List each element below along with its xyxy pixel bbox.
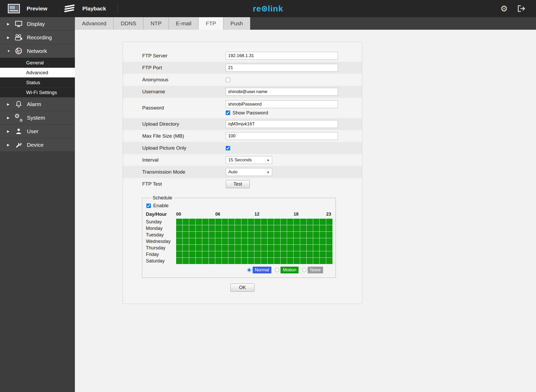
schedule-cell[interactable] [215,238,222,244]
schedule-cell[interactable] [222,258,228,264]
schedule-cell[interactable] [248,219,254,225]
schedule-cell[interactable] [209,219,215,225]
schedule-cell[interactable] [248,225,254,231]
sidebar-item-system[interactable]: ⚙⚙System [0,111,75,125]
schedule-cell[interactable] [307,225,313,231]
schedule-cell[interactable] [241,245,248,251]
schedule-cell[interactable] [248,251,254,258]
schedule-cell[interactable] [294,232,300,238]
ok-button[interactable]: OK [230,284,254,292]
schedule-cell[interactable] [241,219,248,225]
schedule-cell[interactable] [326,238,332,244]
ftp-test-button[interactable]: Test [226,180,250,188]
schedule-cell[interactable] [313,219,319,225]
schedule-cell[interactable] [189,232,195,238]
schedule-cell[interactable] [241,238,248,244]
schedule-cell[interactable] [215,225,222,231]
password-input[interactable] [226,100,338,108]
schedule-cell[interactable] [254,225,261,231]
schedule-cell[interactable] [294,251,300,258]
schedule-cell[interactable] [176,238,182,244]
schedule-cell[interactable] [228,258,235,264]
schedule-cell[interactable] [228,238,235,244]
schedule-cell[interactable] [261,258,267,264]
sidebar-item-network[interactable]: Network [0,44,75,58]
schedule-cell[interactable] [176,245,182,251]
schedule-cell[interactable] [196,238,202,244]
schedule-cell[interactable] [215,245,222,251]
schedule-cell[interactable] [254,219,261,225]
schedule-cell[interactable] [287,245,293,251]
schedule-cell[interactable] [228,245,235,251]
schedule-cell[interactable] [261,245,267,251]
schedule-cell[interactable] [202,232,209,238]
tab-e-mail[interactable]: E-mail [169,17,199,30]
schedule-cell[interactable] [209,238,215,244]
sidebar-item-display[interactable]: Display [0,17,75,31]
schedule-cell[interactable] [300,219,306,225]
schedule-cell[interactable] [300,251,306,258]
sidebar-subitem-wi-fi-settings[interactable]: Wi-Fi Settings [0,88,75,97]
schedule-cell[interactable] [222,245,228,251]
schedule-cell[interactable] [183,238,189,244]
schedule-cell[interactable] [222,238,228,244]
schedule-cell[interactable] [267,238,274,244]
schedule-cell[interactable] [313,258,319,264]
schedule-cell[interactable] [274,225,280,231]
schedule-cell[interactable] [202,245,209,251]
upload-picture-only-checkbox[interactable] [226,146,230,150]
mode-option-normal[interactable]: Normal [247,267,272,273]
schedule-cell[interactable] [235,258,241,264]
schedule-cell[interactable] [183,219,189,225]
anonymous-checkbox[interactable] [226,78,230,82]
max-file-size-input[interactable] [226,132,338,140]
schedule-cell[interactable] [241,258,248,264]
interval-select[interactable]: 15 Seconds [226,156,272,164]
schedule-cell[interactable] [209,232,215,238]
playback-nav-button[interactable]: Playback [63,4,106,13]
schedule-cell[interactable] [254,238,261,244]
logout-icon[interactable] [517,5,526,12]
upload-directory-input[interactable] [226,120,338,128]
schedule-cell[interactable] [274,258,280,264]
schedule-cell[interactable] [222,219,228,225]
sidebar-item-user[interactable]: User [0,125,75,138]
preview-nav-button[interactable]: Preview [8,4,47,13]
show-password-checkbox[interactable] [226,111,230,115]
schedule-cell[interactable] [215,219,222,225]
tab-ntp[interactable]: NTP [144,17,169,30]
schedule-cell[interactable] [248,245,254,251]
schedule-cell[interactable] [222,251,228,258]
schedule-cell[interactable] [222,225,228,231]
schedule-cell[interactable] [189,251,195,258]
schedule-cell[interactable] [307,219,313,225]
mode-option-none[interactable]: None [302,267,323,273]
schedule-cell[interactable] [202,258,209,264]
schedule-cell[interactable] [294,238,300,244]
schedule-cell[interactable] [215,251,222,258]
schedule-cell[interactable] [241,232,248,238]
schedule-cell[interactable] [183,225,189,231]
schedule-cell[interactable] [287,238,293,244]
schedule-cell[interactable] [189,238,195,244]
schedule-cell[interactable] [281,232,287,238]
schedule-cell[interactable] [307,238,313,244]
schedule-cell[interactable] [176,219,182,225]
schedule-cell[interactable] [241,251,248,258]
schedule-cell[interactable] [281,219,287,225]
schedule-cell[interactable] [320,245,326,251]
schedule-cell[interactable] [254,232,261,238]
sidebar-subitem-general[interactable]: General [0,58,75,68]
schedule-cell[interactable] [189,245,195,251]
sidebar-item-device[interactable]: Device [0,138,75,152]
schedule-cell[interactable] [254,258,261,264]
schedule-cell[interactable] [183,251,189,258]
ftp-port-input[interactable] [226,64,338,72]
sidebar-item-recording[interactable]: Recording [0,31,75,44]
schedule-cell[interactable] [287,258,293,264]
schedule-cell[interactable] [294,258,300,264]
schedule-cell[interactable] [196,251,202,258]
tab-push[interactable]: Push [223,17,250,30]
schedule-cell[interactable] [281,238,287,244]
schedule-cell[interactable] [183,258,189,264]
